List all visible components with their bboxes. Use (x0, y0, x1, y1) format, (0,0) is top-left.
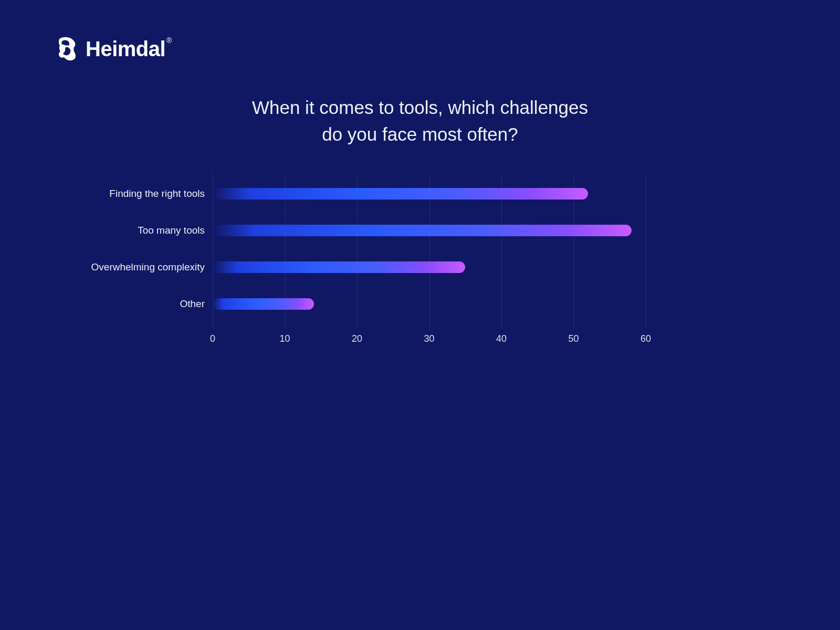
chart-title: When it comes to tools, which challenges… (0, 94, 840, 148)
category-label: Finding the right tools (89, 188, 205, 200)
brand-name-text: Heimdal (86, 37, 165, 60)
chart-title-line2: do you face most often? (322, 124, 518, 144)
gridline (646, 173, 646, 328)
bar (213, 188, 588, 200)
brand-logo: Heimdal® (55, 37, 171, 61)
chart-title-line1: When it comes to tools, which challenges (252, 97, 588, 118)
x-tick-label: 60 (640, 333, 651, 344)
brand-name: Heimdal® (86, 37, 171, 61)
x-tick-label: 40 (496, 333, 507, 344)
category-label: Overwhelming complexity (89, 261, 205, 273)
bar (213, 298, 314, 310)
x-tick-label: 50 (568, 333, 579, 344)
x-tick-label: 10 (279, 333, 290, 344)
bar (213, 225, 632, 236)
svg-point-0 (67, 41, 69, 44)
registered-mark: ® (166, 36, 172, 45)
category-label: Too many tools (89, 225, 205, 236)
x-tick-label: 0 (210, 333, 215, 344)
category-label: Other (89, 298, 205, 310)
heimdal-icon (55, 37, 78, 61)
plot-area (213, 173, 646, 328)
bar (213, 261, 465, 273)
x-tick-label: 30 (424, 333, 434, 344)
x-tick-label: 20 (352, 333, 362, 344)
